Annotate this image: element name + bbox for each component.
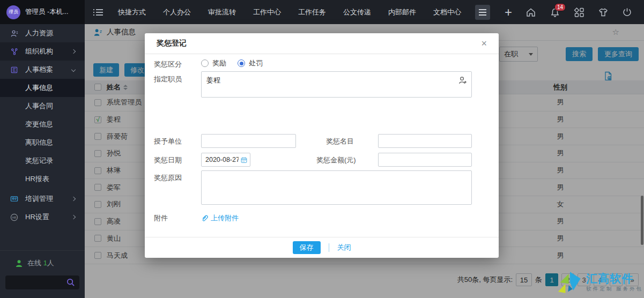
sidebar-item-personnel-contract[interactable]: 人事合同 (0, 97, 85, 115)
add-icon[interactable]: + (505, 7, 512, 18)
sidebar-item-resignation-info[interactable]: 离职信息 (0, 133, 85, 152)
staff-textarea[interactable]: 姜程 (201, 71, 472, 98)
upload-attachment-link[interactable]: 上传附件 (201, 213, 239, 223)
theme-shirt-icon[interactable] (598, 7, 609, 18)
add-person-icon[interactable] (458, 76, 467, 86)
reward-punishment-modal: 奖惩登记 × 奖惩区分 奖励 处罚 指定职员 姜程 授予单位 奖惩名目 奖惩 (145, 33, 499, 258)
vendor-name: 汇高软件 (586, 273, 643, 285)
date-input[interactable] (205, 156, 239, 163)
org-chart-icon (10, 47, 18, 56)
sidebar-item-change-info[interactable]: 变更信息 (0, 115, 85, 133)
sidebar-item-reward-punishment-records[interactable]: 奖惩记录 (0, 152, 85, 170)
nav-item-work-center[interactable]: 工作中心 (253, 8, 281, 17)
main-nav: 快捷方式 个人办公 审批流转 工作中心 工作任务 公文传递 内部邮件 文档中心 (118, 8, 461, 17)
sidebar-item-label: 人力资源 (25, 28, 53, 38)
vendor-watermark: 汇高软件 软件定制 服务外包 (556, 268, 643, 297)
sidebar-item-human-resources[interactable]: 人力资源 (0, 24, 85, 42)
amount-label: 奖惩金额(元) (316, 155, 356, 165)
sidebar-item-organization[interactable]: 组织机构 (0, 42, 85, 61)
notification-badge: 14 (554, 3, 566, 11)
vendor-slogan: 软件定制 服务外包 (586, 286, 643, 293)
date-field[interactable] (201, 153, 250, 167)
sidebar-search-input[interactable] (5, 275, 79, 289)
unit-label: 授予单位 (154, 137, 182, 146)
upload-link-label: 上传附件 (211, 213, 239, 223)
home-icon[interactable] (525, 7, 536, 18)
user-name: 管理员 -本机... (25, 8, 69, 17)
nav-item-work-tasks[interactable]: 工作任务 (298, 8, 326, 17)
sidebar-item-label: 奖惩记录 (25, 156, 53, 166)
hr-settings-icon: HR (10, 213, 18, 221)
sidebar-item-label: 离职信息 (25, 138, 53, 147)
punish-radio[interactable] (238, 59, 245, 67)
notifications-bell-icon[interactable]: 14 (550, 7, 560, 18)
reason-textarea[interactable] (201, 170, 472, 205)
nav-item-internal-mail[interactable]: 内部邮件 (388, 8, 416, 17)
unit-input[interactable] (201, 134, 296, 148)
online-count: 1 (43, 259, 47, 267)
logout-power-icon[interactable] (622, 7, 632, 17)
topbar: 理员 管理员 -本机... 快捷方式 个人办公 审批流转 工作中心 工作任务 公… (0, 0, 644, 24)
footer-divider (329, 243, 329, 252)
modal-body: 奖惩区分 奖励 处罚 指定职员 姜程 授予单位 奖惩名目 奖惩日期 (145, 54, 499, 237)
sidebar-item-label: 培训管理 (25, 194, 53, 204)
person-icon (10, 29, 18, 38)
sidebar-item-training-management[interactable]: 培训管理 (0, 190, 85, 208)
punish-radio-label[interactable]: 处罚 (249, 58, 263, 68)
sidebar-item-label: 变更信息 (25, 120, 53, 129)
online-status: 在线 1人 (5, 258, 79, 268)
sidebar-item-label: 人事合同 (25, 101, 53, 111)
paperclip-icon (201, 214, 209, 222)
close-button[interactable]: 关闭 (337, 243, 351, 252)
sidebar-item-personnel-files[interactable]: 人事档案 (0, 61, 85, 79)
sidebar-item-label: HR报表 (25, 174, 49, 184)
sidebar-item-hr-settings[interactable]: HR HR设置 (0, 208, 85, 226)
reason-label: 奖惩原因 (154, 173, 182, 183)
sidebar-item-label: 人事档案 (25, 65, 53, 74)
sidebar-item-label: HR设置 (25, 212, 49, 222)
more-menu-icon[interactable] (475, 5, 490, 20)
save-button[interactable]: 保存 (293, 241, 321, 254)
amount-input[interactable] (378, 153, 472, 167)
vendor-watermark-text: 汇高软件 软件定制 服务外包 (586, 273, 643, 293)
nav-item-document-delivery[interactable]: 公文传递 (343, 8, 371, 17)
nav-item-document-center[interactable]: 文档中心 (433, 8, 461, 17)
vendor-logo-icon (556, 268, 584, 297)
reward-radio[interactable] (201, 59, 209, 67)
nav-item-shortcuts[interactable]: 快捷方式 (118, 8, 146, 17)
name-input[interactable] (378, 134, 472, 148)
sidebar-item-label: 组织机构 (25, 47, 53, 56)
staff-field-wrap: 姜程 (201, 71, 472, 98)
nav-item-approval-flow[interactable]: 审批流转 (208, 8, 236, 17)
staff-label: 指定职员 (154, 74, 182, 84)
app-window: 理员 管理员 -本机... 快捷方式 个人办公 审批流转 工作中心 工作任务 公… (0, 0, 644, 298)
nav-item-personal-office[interactable]: 个人办公 (163, 8, 191, 17)
chevron-right-icon (71, 197, 76, 201)
reward-radio-label[interactable]: 奖励 (212, 58, 226, 68)
modal-header: 奖惩登记 × (145, 33, 499, 54)
date-label: 奖惩日期 (154, 155, 182, 165)
apps-grid-icon[interactable] (574, 7, 584, 18)
category-radio-group: 奖励 处罚 (201, 58, 263, 68)
avatar[interactable]: 理员 (6, 5, 20, 19)
svg-text:HR: HR (12, 215, 16, 219)
sidebar-footer: 在线 1人 (0, 250, 85, 298)
chevron-right-icon (71, 215, 76, 219)
name-label: 奖惩名目 (326, 137, 354, 146)
collapse-menu-icon[interactable] (93, 8, 103, 17)
sidebar-item-personnel-info[interactable]: 人事信息 (0, 79, 85, 97)
training-icon (10, 195, 18, 203)
archive-icon (10, 65, 18, 74)
modal-title: 奖惩登记 (157, 39, 187, 48)
search-icon[interactable] (66, 278, 75, 288)
calendar-icon[interactable] (241, 156, 247, 164)
category-label: 奖惩区分 (154, 59, 182, 69)
sidebar-item-hr-reports[interactable]: HR报表 (0, 170, 85, 188)
modal-footer: 保存 关闭 (145, 237, 499, 258)
topbar-icons: + 14 (505, 7, 632, 18)
chevron-down-icon (71, 68, 76, 72)
sidebar-item-label: 人事信息 (25, 83, 53, 93)
attachment-label: 附件 (154, 213, 168, 223)
user-block[interactable]: 理员 管理员 -本机... (0, 0, 85, 24)
close-icon[interactable]: × (481, 39, 487, 48)
